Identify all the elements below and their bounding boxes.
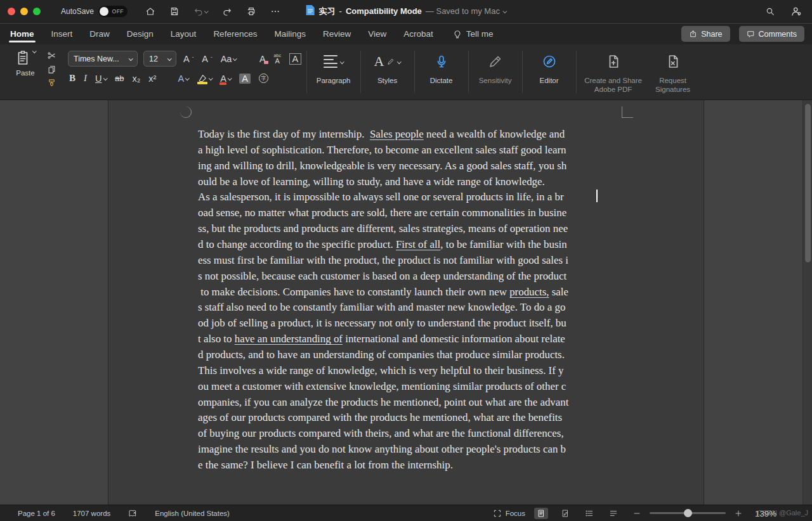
font-size-combo[interactable]: 12 [143,51,176,67]
zoom-window-button[interactable] [33,8,41,15]
character-border-button[interactable]: A [288,53,303,65]
tab-acrobat[interactable]: Acrobat [403,25,433,44]
home-quick-button[interactable] [144,5,157,18]
adobe-pdf-icon [606,52,621,71]
underlined-text: products, [509,286,549,298]
format-painter-button[interactable] [47,79,56,88]
draft-view-button[interactable] [606,508,620,519]
zoom-slider[interactable] [650,512,726,514]
request-signatures-button[interactable]: RequestSignatures [646,44,700,100]
tab-review[interactable]: Review [323,25,351,44]
proofing-status-button[interactable] [128,509,137,518]
font-size-chevron-icon [167,56,171,60]
clear-formatting-button[interactable]: A [258,53,267,65]
search-button[interactable] [764,5,776,18]
autosave-state: OFF [112,8,124,15]
titlebar: AutoSave OFF [0,0,812,23]
scissors-icon [47,51,56,60]
document-line: t also to have an understanding of inter… [198,331,622,347]
word-count-indicator[interactable]: 1707 words [73,510,110,517]
cut-button[interactable] [47,51,56,60]
superscript-button[interactable]: x² [147,73,157,84]
group-divider [360,51,361,93]
strikethrough-button[interactable]: ab [114,73,125,84]
shrink-font-button[interactable]: Aˇ [200,53,213,65]
sensitivity-button[interactable]: Sensitivity [473,44,518,100]
paragraph-menu-button[interactable]: Paragraph [311,44,357,100]
tab-references[interactable]: References [213,25,257,44]
bold-button[interactable]: B [68,72,77,84]
document-text[interactable]: Today is the first day of my internship.… [198,127,622,473]
phonetic-guide-button[interactable]: abcA [273,53,282,65]
vertical-scrollbar[interactable] [802,100,812,505]
tab-insert[interactable]: Insert [51,25,73,44]
subscript-button[interactable]: x₂ [131,73,141,84]
font-name-combo[interactable]: Times New... [68,51,138,67]
share-button[interactable]: Share [681,26,730,42]
document-line: ages of our products compared with the p… [198,410,622,426]
paste-button[interactable]: Paste [9,49,42,100]
paste-menu-chevron-icon [32,49,36,53]
font-name-chevron-icon [129,56,133,60]
undo-button[interactable] [192,5,209,18]
zoom-out-button[interactable] [633,510,641,517]
signature-document-icon [665,52,681,71]
font-color-chevron-icon [228,76,232,80]
autosave-control: AutoSave OFF [61,6,128,17]
autosave-toggle[interactable]: OFF [98,6,128,17]
document-page[interactable]: Today is the first day of my internship.… [108,100,704,505]
outline-view-button[interactable] [582,508,596,519]
account-button[interactable] [789,4,803,18]
grow-font-button[interactable]: Aˆ [182,53,195,65]
ribbon-tabs: HomeInsertDrawDesignLayoutReferencesMail… [10,25,433,44]
search-icon [765,6,775,16]
print-layout-view-button[interactable] [534,508,548,519]
tell-me-label: Tell me [466,29,494,39]
document-line: of buying our products compared with the… [198,426,622,442]
tab-mailings[interactable]: Mailings [274,25,306,44]
save-button[interactable] [168,5,181,18]
text-effects-button[interactable]: A [176,73,190,84]
scrollbar-thumb[interactable] [805,104,811,262]
tab-draw[interactable]: Draw [89,25,110,44]
italic-button[interactable]: I [82,72,88,84]
character-shading-button[interactable]: A [238,73,252,84]
focus-label: Focus [506,510,525,517]
zoom-percentage-button[interactable]: 139% [755,509,776,518]
dictate-button[interactable]: Dictate [419,44,464,100]
zoom-in-button[interactable] [735,510,742,517]
language-indicator[interactable]: English (United States) [155,510,230,517]
more-toolbar-commands-button[interactable] [269,5,282,18]
font-size-value: 12 [149,55,158,63]
tab-design[interactable]: Design [127,25,154,44]
tab-view[interactable]: View [368,25,386,44]
document-line: ss, but the products and products are di… [198,221,622,237]
font-color-button[interactable]: A [219,73,232,84]
autosave-label: AutoSave [61,7,94,16]
page-count-indicator[interactable]: Page 1 of 6 [18,510,55,517]
change-case-button[interactable]: Aa [219,53,238,65]
styles-menu-button[interactable]: A Styles [365,44,410,100]
comments-button[interactable]: Comments [739,26,804,42]
copy-button[interactable] [47,65,56,74]
document-title[interactable]: 实习 - Compatibility Mode — Saved to my Ma… [306,5,507,18]
tell-me-control[interactable]: Tell me [452,29,494,39]
comments-label: Comments [759,30,797,39]
focus-mode-button[interactable]: Focus [493,509,525,518]
redo-button[interactable] [221,5,233,18]
underline-button[interactable]: U [94,73,108,84]
print-button[interactable] [245,5,258,18]
eraser-icon [264,61,268,64]
document-line: a high level of sophistication. Therefor… [198,143,622,158]
editor-button[interactable]: Editor [527,44,572,100]
close-window-button[interactable] [8,8,15,15]
zoom-slider-thumb[interactable] [684,509,692,517]
enclose-characters-button[interactable]: 字 [258,73,270,84]
publishing-layout-view-button[interactable] [558,508,572,519]
toggle-knob [100,7,108,16]
create-share-adobe-pdf-button[interactable]: Create and ShareAdobe PDF [580,44,646,100]
tab-home[interactable]: Home [10,25,34,44]
minimize-window-button[interactable] [20,8,28,15]
highlight-color-button[interactable] [196,73,214,84]
tab-layout[interactable]: Layout [171,25,197,44]
